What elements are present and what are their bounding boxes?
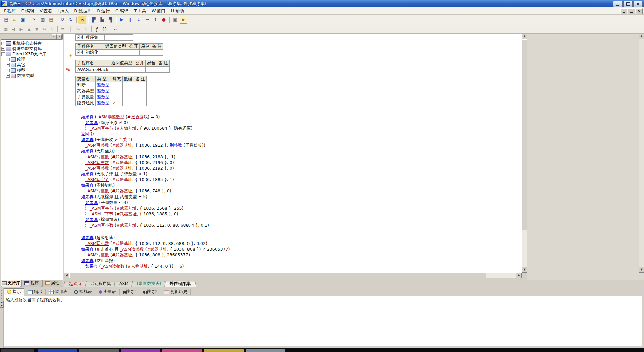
tab-call-table[interactable]: 调用表 [46, 289, 71, 295]
taskbar-item[interactable] [121, 349, 160, 352]
tree-item-special-func-lib[interactable]: + 特殊功能支持库 [1, 46, 62, 51]
code-line[interactable]: _ASM写整数 (#武器基址, { 1036, 808 }, 23605377) [64, 252, 522, 258]
array-cell[interactable] [122, 94, 134, 100]
step-over-icon[interactable]: → [143, 16, 151, 24]
code-line[interactable]: 如果真 (防止举报) [64, 258, 522, 263]
expand-plus-icon[interactable]: + [1, 47, 5, 51]
code-line[interactable]: 如果真 (无限子弹 且 子弹数量 < 1) [64, 171, 522, 177]
code-line[interactable]: _ASM写整数 (#武器基址, { 1036, 2196 }, 0) [64, 160, 522, 165]
menu-edit[interactable]: E.编辑 [19, 7, 37, 15]
note-cell[interactable] [134, 94, 147, 100]
undo-icon[interactable]: ↺ [59, 16, 66, 24]
step-out-icon[interactable]: ↑ [152, 16, 159, 24]
scroll-right-icon[interactable]: ▶ [516, 273, 522, 278]
tab-clip-history[interactable]: 剪辑历史 [161, 289, 191, 295]
editor-vertical-scrollbar[interactable]: ▲ ▼ [522, 34, 527, 273]
cut-icon[interactable]: ✂ [31, 16, 38, 24]
same-width-icon[interactable]: ↔ [41, 26, 48, 33]
variable-name-cell[interactable]: 武器类型 [76, 88, 96, 94]
editor-horizontal-scrollbar[interactable]: ◀ ▶ [64, 273, 522, 278]
tab-search2[interactable]: 搜寻2 [140, 289, 161, 295]
scrollbar-thumb[interactable] [522, 39, 527, 230]
code-line[interactable]: 返回 () [64, 131, 522, 137]
new-file-icon[interactable]: ▤ [2, 16, 10, 24]
align-top-icon[interactable]: ▲ [25, 26, 33, 33]
array-cell[interactable] [122, 82, 134, 88]
variable-type-cell[interactable]: 整数型 [96, 88, 111, 94]
maximize-button[interactable] [623, 1, 633, 7]
scrollbar-thumb[interactable] [69, 273, 486, 278]
taskbar-item[interactable] [246, 349, 285, 352]
code-line[interactable]: 如果真 (子弹倍攻 ≠ “ 关 ”) [64, 137, 522, 142]
compile-icon[interactable]: ▣ [171, 16, 179, 24]
pin-icon[interactable]: ▫ [52, 34, 57, 39]
static-checkmark[interactable]: ✓ [111, 100, 122, 106]
note-cell[interactable] [134, 88, 147, 94]
space-across-icon[interactable]: ↔ [75, 26, 82, 33]
code-line[interactable]: 如果真 (无后坐力) [64, 148, 522, 154]
cell[interactable] [128, 50, 139, 56]
taskbar-item[interactable] [79, 349, 119, 352]
code-line[interactable]: 如果真 (无限榴弹 且 武器类型 = 5) [64, 194, 522, 200]
variable-name-cell[interactable]: 子弹数量 [76, 94, 96, 100]
menu-compile[interactable]: C.编译 [113, 7, 131, 15]
grid-icon[interactable]: ▦ [2, 26, 9, 33]
tab-constant-table[interactable]: [常量数据表] [131, 281, 166, 287]
menu-run[interactable]: R.运行 [94, 7, 113, 15]
static-cell[interactable] [111, 94, 122, 100]
assembly-name-cell[interactable]: 外挂程序集 [76, 35, 105, 41]
cell[interactable] [157, 67, 169, 73]
variable-name-cell[interactable]: 判断 [76, 82, 96, 88]
scroll-down-icon[interactable]: ▼ [522, 267, 527, 273]
array-cell[interactable] [122, 88, 134, 94]
code-line[interactable]: _ASM写字节 (#人物基址, { 90, 100584 }, 隐身还原) [64, 125, 522, 131]
tab-startup-assembly[interactable]: 启动程序集 [85, 281, 117, 287]
open-folder-icon[interactable]: ▱ [11, 16, 18, 24]
tab-tip[interactable]: 提示 [4, 288, 24, 296]
step-into-icon[interactable]: ↓ [135, 16, 143, 24]
assembly-cell[interactable] [124, 35, 133, 41]
expression-icon[interactable]: ƒ [93, 26, 100, 33]
pause-icon[interactable]: ‖ [126, 16, 134, 24]
align-right-icon[interactable]: ▶ [18, 26, 25, 33]
code-line[interactable]: 如果真 (榴弹加速) [64, 217, 522, 222]
expand-plus-icon[interactable]: + [6, 74, 10, 78]
cell[interactable] [110, 67, 134, 73]
code-line[interactable]: 如果真 (_ASM读整数型 (#是否游戏) = 0) [64, 114, 522, 120]
code-line[interactable]: _ASM写整数 (#武器基址, { 1036, 1912 }, 到整数 (子弹倍… [64, 142, 522, 148]
tab-property[interactable]: 属性 [42, 280, 62, 287]
braces-icon[interactable]: {} [101, 26, 108, 33]
subroutine-name-input[interactable]: AVAGameHack [76, 67, 110, 73]
menu-view[interactable]: V.查看 [37, 7, 55, 15]
cell[interactable] [139, 50, 151, 56]
tree-item-model[interactable]: + 模型 [1, 68, 62, 73]
expand-plus-icon[interactable]: + [6, 63, 10, 67]
code-line[interactable]: _ASM写小数 (#武器基址, { 1036, 112, 0, 88, 688,… [64, 222, 522, 228]
code-line[interactable]: 如果真 (_ASM读整数 (#人物基址, { 144, 0 }) = 6) [64, 263, 522, 269]
static-cell[interactable] [111, 88, 122, 94]
variable-name-cell[interactable]: 隐身还原 [76, 100, 96, 106]
code-line[interactable]: _ASM写整数 (#武器基址, { 1036, 2192 }, 0) [64, 165, 522, 171]
tree-item-datatypes[interactable]: + 数据类型 [1, 73, 62, 78]
tab-variable-table[interactable]: 变量表 [95, 289, 120, 295]
code-line[interactable]: 如果真 (隐身还原 ≠ 0) [64, 120, 522, 125]
cell[interactable] [151, 50, 163, 56]
taskbar-item[interactable] [204, 349, 244, 352]
panel-grip[interactable]: ▲ ▼ [0, 288, 4, 348]
mdi-vertical-scrollbar[interactable]: ▲ ▼ [639, 34, 644, 273]
expand-plus-icon[interactable]: + [1, 42, 5, 45]
app-icon[interactable] [1, 1, 7, 7]
menu-insert[interactable]: I.插入 [55, 7, 71, 15]
cell[interactable] [145, 67, 157, 73]
view-workspace-icon[interactable]: ▛ [90, 16, 98, 24]
same-height-icon[interactable]: ↕ [49, 26, 56, 33]
code-line[interactable]: 如果真 (子弹数量 ≤ 4) [64, 200, 522, 205]
save-icon[interactable]: ▣ [19, 16, 27, 24]
code-line[interactable]: _ASM写小数 (#武器基址, { 1036, 112, 0, 88, 688,… [64, 240, 522, 246]
tab-start-page[interactable]: 起始页 [64, 281, 87, 287]
scroll-down-icon[interactable]: ▼ [0, 304, 4, 308]
variable-type-cell[interactable]: 整数型 [96, 94, 111, 100]
close-icon[interactable]: × [57, 34, 62, 39]
tab-program[interactable]: 程序 [21, 280, 42, 287]
menu-database[interactable]: B.数据库 [71, 7, 94, 15]
